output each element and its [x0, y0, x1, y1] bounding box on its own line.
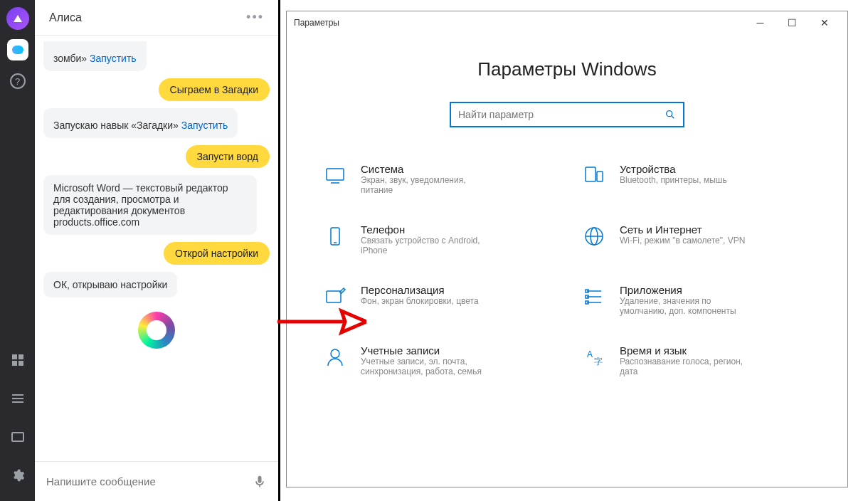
window-titlebar: Параметры ─ ☐ ✕: [287, 11, 847, 34]
personalization-icon: [322, 284, 348, 310]
network-icon: [581, 223, 607, 249]
svg-marker-22: [342, 311, 366, 332]
chat-icon[interactable]: [5, 37, 31, 63]
menu-icon[interactable]: [5, 386, 31, 411]
svg-rect-11: [327, 291, 341, 302]
help-icon[interactable]: ?: [5, 68, 31, 94]
minimize-button[interactable]: ─: [744, 11, 776, 34]
category-apps[interactable]: ПриложенияУдаление, значения по умолчани…: [581, 284, 812, 316]
microphone-icon[interactable]: [253, 475, 267, 489]
user-message: Открой настройки: [164, 242, 270, 265]
window-title: Параметры: [294, 18, 744, 28]
chat-input[interactable]: [46, 475, 253, 487]
settings-icon[interactable]: [5, 463, 31, 488]
svg-point-18: [331, 349, 339, 358]
time-language-icon: A字: [581, 344, 607, 370]
user-message: Запусти ворд: [186, 145, 270, 168]
annotation-arrow-icon: [274, 307, 366, 336]
phone-icon: [322, 223, 348, 249]
categories-grid: СистемаЭкран, звук, уведомления, питание…: [308, 163, 826, 376]
svg-text:字: 字: [594, 357, 603, 366]
assistant-message: Запускаю навык «Загадки» Запустить: [43, 108, 238, 138]
category-system[interactable]: СистемаЭкран, звук, уведомления, питание: [322, 163, 553, 195]
search-icon: [665, 109, 676, 120]
chat-body: зомби» Запустить Сыграем в Загадки Запус…: [35, 36, 278, 461]
svg-text:A: A: [587, 349, 593, 359]
system-icon: [322, 163, 348, 189]
explorer-icon[interactable]: [5, 424, 31, 450]
settings-window: Параметры ─ ☐ ✕ Параметры Windows Систем…: [286, 11, 848, 487]
svg-rect-2: [327, 169, 344, 180]
assistant-message: зомби» Запустить: [43, 41, 147, 71]
more-button[interactable]: •••: [246, 10, 264, 25]
search-input[interactable]: [458, 109, 665, 120]
launch-link[interactable]: Запустить: [90, 53, 137, 64]
svg-point-0: [667, 111, 672, 117]
maximize-button[interactable]: ☐: [776, 11, 808, 34]
chat-panel: Алиса ••• зомби» Запустить Сыграем в Заг…: [35, 0, 280, 501]
category-time-language[interactable]: A字 Время и языкРаспознавание голоса, рег…: [581, 344, 812, 376]
svg-rect-5: [597, 172, 603, 181]
assistant-message: ОК, открываю настройки: [43, 272, 177, 297]
alisa-ring-icon[interactable]: [138, 312, 175, 349]
chat-title: Алиса: [49, 11, 246, 24]
settings-heading: Параметры Windows: [308, 58, 826, 80]
launch-link[interactable]: Запустить: [181, 120, 228, 131]
start-icon[interactable]: [5, 347, 31, 373]
category-accounts[interactable]: Учетные записиУчетные записи, эл. почта,…: [322, 344, 553, 376]
close-button[interactable]: ✕: [808, 11, 840, 34]
apps-icon: [581, 284, 607, 310]
settings-window-container: Параметры ─ ☐ ✕ Параметры Windows Систем…: [280, 0, 868, 501]
search-box[interactable]: [450, 102, 684, 127]
category-network[interactable]: Сеть и ИнтернетWi-Fi, режим "в самолете"…: [581, 223, 812, 255]
accounts-icon: [322, 344, 348, 370]
user-message: Сыграем в Загадки: [159, 78, 270, 101]
alisa-icon[interactable]: [5, 6, 31, 31]
svg-rect-4: [586, 167, 596, 181]
chat-header: Алиса •••: [35, 0, 278, 36]
taskbar: ?: [0, 0, 35, 501]
chat-input-row: [35, 461, 278, 501]
category-phone[interactable]: ТелефонСвязать устройство с Android, iPh…: [322, 223, 553, 255]
devices-icon: [581, 163, 607, 189]
assistant-message: Microsoft Word — текстовый редактор для …: [43, 175, 257, 235]
category-devices[interactable]: УстройстваBluetooth, принтеры, мышь: [581, 163, 812, 195]
svg-line-1: [672, 116, 674, 119]
